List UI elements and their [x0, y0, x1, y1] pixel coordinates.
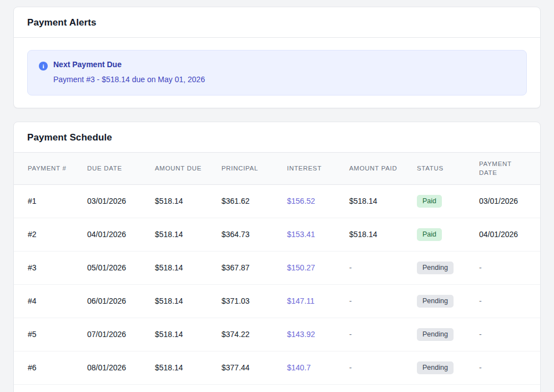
status-badge: Paid: [417, 228, 442, 241]
cell-payment-number: #3: [14, 251, 78, 284]
cell-payment-number: #7: [14, 384, 78, 392]
cell-payment-number: #6: [14, 351, 78, 384]
payment-schedule-card: Payment Schedule Payment # Due Date Amou…: [13, 122, 541, 392]
cell-principal: $380.69: [213, 384, 278, 392]
status-badge: Pending: [417, 262, 454, 274]
payment-alerts-title: Payment Alerts: [27, 17, 527, 28]
payment-alerts-body: i Next Payment Due Payment #3 - $518.14 …: [14, 38, 540, 108]
payment-schedule-table: Payment # Due Date Amount Due Principal …: [14, 152, 540, 392]
table-row: #4 06/01/2026 $518.14 $371.03 $147.11 - …: [14, 284, 540, 318]
cell-status: Pending: [408, 351, 470, 384]
cell-amount-paid: $518.14: [340, 184, 408, 218]
col-header-due-date: Due Date: [78, 152, 146, 184]
alert-title: Next Payment Due: [53, 60, 515, 69]
payment-schedule-header: Payment Schedule: [14, 122, 540, 152]
cell-principal: $377.44: [213, 351, 278, 384]
table-row: #5 07/01/2026 $518.14 $374.22 $143.92 - …: [14, 318, 540, 351]
cell-interest: $150.27: [278, 251, 340, 284]
status-badge: Pending: [417, 295, 454, 308]
cell-amount-due: $518.14: [146, 184, 213, 218]
cell-amount-paid: $518.14: [340, 218, 408, 251]
cell-due-date: 06/01/2026: [78, 284, 146, 318]
col-header-amount-due: Amount Due: [146, 152, 213, 184]
cell-due-date: 04/01/2026: [78, 218, 146, 251]
schedule-table-body: #1 03/01/2026 $518.14 $361.62 $156.52 $5…: [14, 184, 540, 392]
cell-status: Paid: [408, 184, 470, 218]
col-header-payment-date: Payment Date: [470, 152, 540, 184]
payment-alerts-card: Payment Alerts i Next Payment Due Paymen…: [13, 7, 541, 108]
cell-amount-due: $518.14: [146, 284, 213, 318]
cell-amount-due: $518.14: [146, 218, 213, 251]
cell-payment-number: #1: [14, 184, 78, 218]
cell-amount-paid: -: [340, 384, 408, 392]
cell-principal: $371.03: [213, 284, 278, 318]
cell-due-date: 08/01/2026: [78, 351, 146, 384]
col-header-status: Status: [408, 152, 470, 184]
next-payment-alert: i Next Payment Due Payment #3 - $518.14 …: [27, 50, 527, 96]
cell-status: Pending: [408, 318, 470, 351]
cell-status: Paid: [408, 218, 470, 251]
table-row: #2 04/01/2026 $518.14 $364.73 $153.41 $5…: [14, 218, 540, 251]
cell-principal: $367.87: [213, 251, 278, 284]
cell-amount-paid: -: [340, 284, 408, 318]
col-header-principal: Principal: [213, 152, 278, 184]
payment-alerts-header: Payment Alerts: [14, 7, 540, 38]
cell-due-date: 03/01/2026: [78, 184, 146, 218]
cell-interest: $156.52: [278, 184, 340, 218]
table-row: #3 05/01/2026 $518.14 $367.87 $150.27 - …: [14, 251, 540, 284]
cell-amount-paid: -: [340, 318, 408, 351]
cell-status: Pending: [408, 384, 470, 392]
cell-principal: $364.73: [213, 218, 278, 251]
cell-payment-date: -: [470, 318, 540, 351]
cell-payment-date: -: [470, 284, 540, 318]
cell-amount-due: $518.14: [146, 251, 213, 284]
cell-due-date: 09/01/2026: [78, 384, 146, 392]
cell-payment-date: 04/01/2026: [470, 218, 540, 251]
table-row: #1 03/01/2026 $518.14 $361.62 $156.52 $5…: [14, 184, 540, 218]
payment-schedule-title: Payment Schedule: [27, 132, 527, 143]
cell-amount-paid: -: [340, 251, 408, 284]
cell-principal: $361.62: [213, 184, 278, 218]
cell-amount-paid: -: [340, 351, 408, 384]
status-badge: Pending: [417, 361, 454, 374]
cell-due-date: 07/01/2026: [78, 318, 146, 351]
cell-payment-number: #2: [14, 218, 78, 251]
col-header-interest: Interest: [278, 152, 340, 184]
cell-payment-date: -: [470, 384, 540, 392]
cell-payment-date: -: [470, 251, 540, 284]
cell-interest: $153.41: [278, 218, 340, 251]
cell-interest: $147.11: [278, 284, 340, 318]
cell-interest: $140.7: [278, 351, 340, 384]
cell-payment-number: #5: [14, 318, 78, 351]
alert-message: Payment #3 - $518.14 due on May 01, 2026: [53, 75, 515, 84]
col-header-payment-number: Payment #: [14, 152, 78, 184]
info-icon: i: [39, 62, 48, 71]
table-row: #7 09/01/2026 $518.14 $380.69 $137.45 - …: [14, 384, 540, 392]
cell-due-date: 05/01/2026: [78, 251, 146, 284]
cell-amount-due: $518.14: [146, 318, 213, 351]
cell-payment-date: -: [470, 351, 540, 384]
col-header-amount-paid: Amount Paid: [340, 152, 408, 184]
cell-status: Pending: [408, 284, 470, 318]
cell-interest: $143.92: [278, 318, 340, 351]
cell-status: Pending: [408, 251, 470, 284]
status-badge: Paid: [417, 195, 442, 208]
cell-principal: $374.22: [213, 318, 278, 351]
table-row: #6 08/01/2026 $518.14 $377.44 $140.7 - P…: [14, 351, 540, 384]
cell-amount-due: $518.14: [146, 351, 213, 384]
table-head: Payment # Due Date Amount Due Principal …: [14, 152, 540, 184]
cell-payment-number: #4: [14, 284, 78, 318]
cell-amount-due: $518.14: [146, 384, 213, 392]
cell-payment-date: 03/01/2026: [470, 184, 540, 218]
cell-interest: $137.45: [278, 384, 340, 392]
status-badge: Pending: [417, 328, 454, 341]
alert-text: Next Payment Due Payment #3 - $518.14 du…: [53, 60, 515, 84]
